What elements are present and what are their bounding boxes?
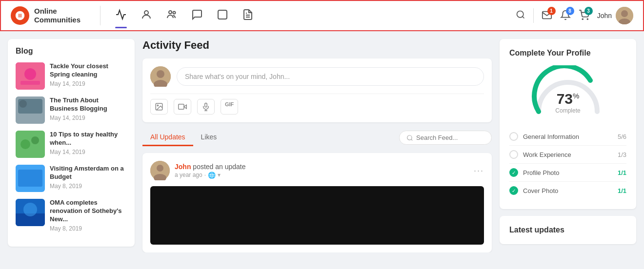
cart-notification[interactable]: 3 <box>579 10 589 22</box>
blog-list: Tackle Your closest Spring cleaning May … <box>16 62 127 232</box>
page-body: Blog Tackle Your closest Spring cleaning… <box>0 31 644 252</box>
blog-item-content: Tackle Your closest Spring cleaning May … <box>50 62 127 87</box>
user-menu[interactable]: John <box>597 7 633 24</box>
post-author-name[interactable]: John <box>175 163 191 171</box>
gif-button[interactable]: GIF <box>221 99 238 115</box>
feed-title: Activity Feed <box>142 39 492 52</box>
tab-all-updates[interactable]: All Updates <box>142 129 193 146</box>
blog-item-content: 10 Tips to stay healthy when... May 14, … <box>50 131 127 155</box>
blog-item-content: OMA completes renovation of Sotheby's Ne… <box>50 199 127 232</box>
svg-line-39 <box>411 139 413 140</box>
nav-media[interactable] <box>217 9 228 22</box>
profile-item[interactable]: ✓ Profile Photo 1/1 <box>509 164 626 182</box>
profile-item-score: 5/6 <box>618 133 626 140</box>
svg-point-10 <box>587 19 588 19</box>
globe-icon: 🌐 <box>208 172 216 179</box>
nav-document[interactable] <box>242 9 254 22</box>
mail-notification[interactable]: 1 <box>542 10 552 22</box>
photo-button[interactable] <box>150 99 168 115</box>
post-author-avatar <box>150 161 170 180</box>
privacy-chevron-icon[interactable]: ▾ <box>218 172 221 178</box>
latest-updates-title: Latest updates <box>509 226 626 234</box>
profile-item-name: Profile Photo <box>523 169 618 176</box>
svg-point-19 <box>19 100 27 108</box>
svg-rect-24 <box>18 170 42 187</box>
logo-text: Online Communities <box>34 7 80 24</box>
svg-point-0 <box>144 11 148 15</box>
post-image <box>150 186 484 245</box>
left-sidebar: Blog Tackle Your closest Spring cleaning… <box>8 39 135 252</box>
svg-rect-35 <box>205 103 207 107</box>
profile-item-name: General Information <box>523 133 618 140</box>
mic-button[interactable] <box>197 99 215 115</box>
nav-vertical-divider <box>533 8 534 23</box>
feed-search[interactable] <box>399 131 492 145</box>
profile-item[interactable]: General Information 5/6 <box>509 128 626 146</box>
logo-icon <box>11 6 29 25</box>
nav-chat[interactable] <box>191 9 203 22</box>
svg-marker-33 <box>184 105 186 109</box>
right-sidebar: Complete Your Profile 73% Complet <box>500 39 636 252</box>
post-more-button[interactable]: ··· <box>474 166 484 176</box>
nav-activity[interactable] <box>115 9 127 22</box>
blog-item[interactable]: 10 Tips to stay healthy when... May 14, … <box>16 131 127 158</box>
blog-item[interactable]: The Truth About Business Blogging May 14… <box>16 96 127 124</box>
gauge-text: 73% Complete <box>529 92 607 114</box>
svg-point-1 <box>169 11 172 14</box>
blog-thumb <box>16 62 45 90</box>
svg-point-7 <box>517 11 523 17</box>
video-button[interactable] <box>174 99 191 115</box>
blog-item[interactable]: OMA completes renovation of Sotheby's Ne… <box>16 199 127 232</box>
post-text: John posted an update <box>175 163 469 171</box>
post-input-row: Share what's on your mind, John... <box>150 66 484 87</box>
blog-item[interactable]: Tackle Your closest Spring cleaning May … <box>16 62 127 90</box>
blog-item-date: May 8, 2019 <box>50 183 127 190</box>
post-time: a year ago · 🌐 ▾ <box>175 172 469 179</box>
svg-point-2 <box>173 12 176 14</box>
tab-likes[interactable]: Likes <box>193 129 225 146</box>
feed-search-input[interactable] <box>416 134 484 141</box>
cart-badge: 3 <box>584 7 593 15</box>
latest-updates-card: Latest updates <box>500 216 636 244</box>
svg-point-38 <box>407 135 412 139</box>
post-action-text: posted an update <box>193 163 245 171</box>
blog-thumb <box>16 131 45 158</box>
svg-point-27 <box>23 203 37 216</box>
svg-line-8 <box>523 16 524 18</box>
gauge-container: 73% Complete <box>509 65 626 118</box>
svg-point-12 <box>621 10 628 17</box>
profile-item[interactable]: Work Experience 1/3 <box>509 146 626 164</box>
blog-item-date: May 14, 2019 <box>50 80 127 87</box>
svg-rect-16 <box>20 81 40 85</box>
nav-people[interactable] <box>166 9 178 22</box>
profile-item-name: Cover Photo <box>523 187 618 194</box>
post-input-field[interactable]: Share what's on your mind, John... <box>177 67 484 86</box>
blog-thumb <box>16 199 45 226</box>
post-meta: John posted an update a year ago · 🌐 ▾ <box>175 163 469 179</box>
profile-items-list: General Information 5/6 Work Experience … <box>509 128 626 199</box>
user-avatar <box>616 7 633 24</box>
gauge-wrapper: 73% Complete <box>529 65 607 118</box>
blog-item-date: May 14, 2019 <box>50 149 127 155</box>
svg-point-22 <box>31 136 39 144</box>
feed-search-icon <box>406 134 413 141</box>
nav-profile[interactable] <box>141 9 152 22</box>
bell-notification[interactable]: 8 <box>560 10 571 22</box>
svg-rect-3 <box>218 10 227 19</box>
profile-completion-card: Complete Your Profile 73% Complet <box>500 39 636 209</box>
logo[interactable]: Online Communities <box>11 6 80 25</box>
profile-item[interactable]: ✓ Cover Photo 1/1 <box>509 182 626 199</box>
blog-item-title: 10 Tips to stay healthy when... <box>50 131 127 147</box>
blog-item-content: Visiting Amsterdam on a Budget May 8, 20… <box>50 165 127 190</box>
post-header: John posted an update a year ago · 🌐 ▾ ·… <box>150 161 484 180</box>
svg-point-15 <box>24 68 36 80</box>
profile-item-dot-complete: ✓ <box>509 186 518 195</box>
svg-point-29 <box>157 70 164 78</box>
blog-item-title: OMA completes renovation of Sotheby's Ne… <box>50 199 127 224</box>
blog-card: Blog Tackle Your closest Spring cleaning… <box>8 39 135 247</box>
search-icon[interactable] <box>516 10 525 22</box>
blog-item-title: Tackle Your closest Spring cleaning <box>50 62 127 79</box>
profile-item-score: 1/3 <box>618 151 626 158</box>
blog-item[interactable]: Visiting Amsterdam on a Budget May 8, 20… <box>16 165 127 192</box>
nav-icons <box>115 9 516 22</box>
